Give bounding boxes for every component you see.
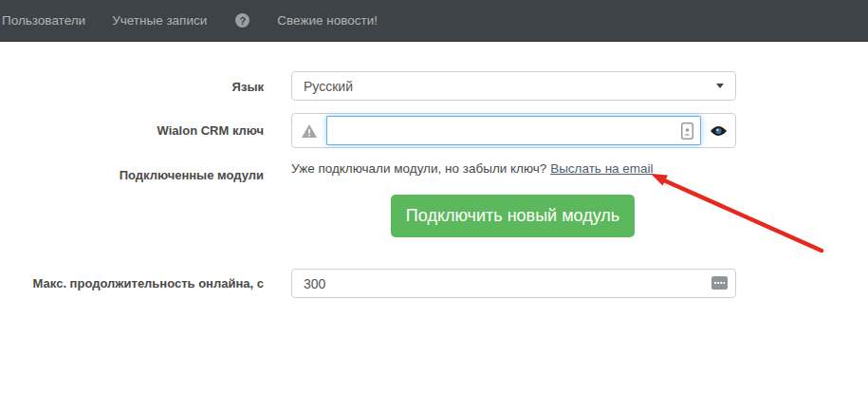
nav-item-news[interactable]: Свежие новости! (277, 13, 378, 28)
eye-icon[interactable] (701, 125, 735, 137)
keyboard-icon[interactable] (711, 276, 728, 293)
crm-key-input[interactable] (327, 117, 700, 144)
top-navigation-bar: Пользователи Учетные записи ? Свежие нов… (0, 0, 868, 42)
warning-triangle-icon (292, 123, 326, 139)
max-online-label: Макс. продолжительность онлайна, с (33, 276, 264, 290)
modules-hint-text: Уже подключали модули, но забыли ключ? (291, 161, 546, 176)
caret-down-icon (716, 84, 724, 88)
max-online-input[interactable] (291, 269, 736, 298)
nav-item-users[interactable]: Пользователи (2, 13, 85, 28)
connected-modules-label: Подключенные модули (120, 168, 264, 182)
modules-hint-row: Уже подключали модули, но забыли ключ? В… (291, 161, 654, 176)
max-online-wrap (291, 269, 736, 298)
language-label: Язык (232, 80, 264, 94)
crm-key-label: Wialon CRM ключ (157, 123, 264, 138)
help-icon[interactable]: ? (235, 13, 249, 28)
send-email-link[interactable]: Выслать на email (550, 161, 654, 176)
connect-new-module-button[interactable]: Подключить новый модуль (391, 195, 635, 237)
language-select[interactable]: Русский (291, 71, 736, 101)
autofill-contact-icon[interactable] (681, 122, 693, 143)
language-select-value: Русский (304, 79, 716, 94)
crm-key-group (291, 113, 736, 148)
crm-key-input-wrap (326, 116, 701, 145)
nav-item-accounts[interactable]: Учетные записи (112, 13, 207, 28)
